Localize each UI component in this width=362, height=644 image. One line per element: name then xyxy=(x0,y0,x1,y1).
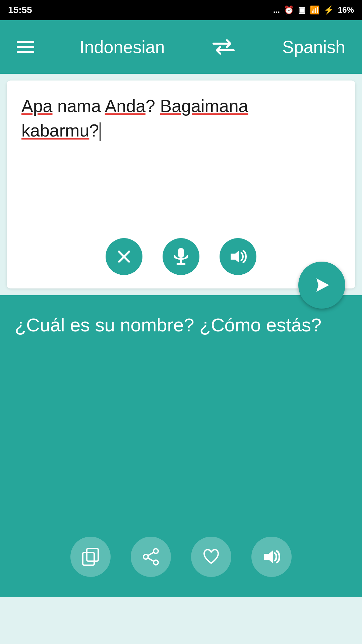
menu-line-2 xyxy=(17,46,34,48)
send-icon xyxy=(312,275,332,295)
battery-level: 16% xyxy=(338,5,354,15)
svg-point-9 xyxy=(154,549,158,553)
status-bar: 15:55 ... ⏰ ▣ 📶 ⚡ 16% xyxy=(0,0,362,20)
main-content: Apa nama Anda? Bagaimanakabarmu? xyxy=(0,80,362,597)
swap-icon xyxy=(210,37,237,57)
svg-point-10 xyxy=(143,554,148,559)
heart-icon xyxy=(202,548,220,566)
clear-button[interactable] xyxy=(106,238,142,275)
signal-icon: 📶 xyxy=(310,5,320,15)
menu-line-1 xyxy=(17,41,34,43)
translated-text-display: ¿Cuál es su nombre? ¿Cómo estás? xyxy=(15,312,347,537)
translate-button[interactable] xyxy=(298,262,345,309)
hamburger-menu-button[interactable] xyxy=(17,41,34,53)
source-language-selector[interactable]: Indonesian xyxy=(79,37,165,57)
volume-icon xyxy=(229,248,247,265)
output-controls xyxy=(15,537,347,584)
status-dots: ... xyxy=(273,5,280,15)
source-text-display[interactable]: Apa nama Anda? Bagaimanakabarmu? xyxy=(21,94,341,231)
microphone-button[interactable] xyxy=(163,238,199,275)
svg-rect-2 xyxy=(178,248,184,258)
svg-marker-5 xyxy=(231,250,239,263)
word-bagaimana: Bagaimana xyxy=(160,96,248,116)
top-bar: Indonesian Spanish xyxy=(0,20,362,74)
sim-icon: ▣ xyxy=(298,5,306,15)
volume-output-icon xyxy=(262,548,281,565)
copy-icon xyxy=(81,548,100,566)
favorite-button[interactable] xyxy=(191,537,231,577)
x-icon xyxy=(116,248,132,265)
alarm-icon: ⏰ xyxy=(284,5,294,15)
swap-languages-button[interactable] xyxy=(210,37,237,57)
svg-line-13 xyxy=(148,558,154,561)
target-language-selector[interactable]: Spanish xyxy=(282,37,345,57)
word-kabarmu: kabarmu xyxy=(21,121,89,140)
svg-line-12 xyxy=(148,552,154,555)
input-controls xyxy=(21,238,341,278)
status-time: 15:55 xyxy=(8,5,32,15)
share-icon xyxy=(142,548,160,566)
battery-charging-icon: ⚡ xyxy=(324,5,334,15)
svg-rect-8 xyxy=(83,552,94,565)
microphone-icon xyxy=(173,247,189,266)
status-icons: ... ⏰ ▣ 📶 ⚡ 16% xyxy=(273,5,354,15)
speak-output-button[interactable] xyxy=(251,537,292,577)
svg-marker-6 xyxy=(316,278,329,292)
text-cursor xyxy=(100,122,101,141)
input-section: Apa nama Anda? Bagaimanakabarmu? xyxy=(7,80,355,288)
copy-button[interactable] xyxy=(70,537,111,577)
word-apa: Apa xyxy=(21,96,53,116)
share-button[interactable] xyxy=(131,537,171,577)
speak-source-button[interactable] xyxy=(220,238,256,275)
word-anda: Anda xyxy=(105,96,145,116)
svg-marker-14 xyxy=(264,550,273,563)
menu-line-3 xyxy=(17,51,34,53)
output-section: ¿Cuál es su nombre? ¿Cómo estás? xyxy=(0,295,362,597)
svg-point-11 xyxy=(154,560,158,565)
svg-rect-7 xyxy=(87,548,98,561)
